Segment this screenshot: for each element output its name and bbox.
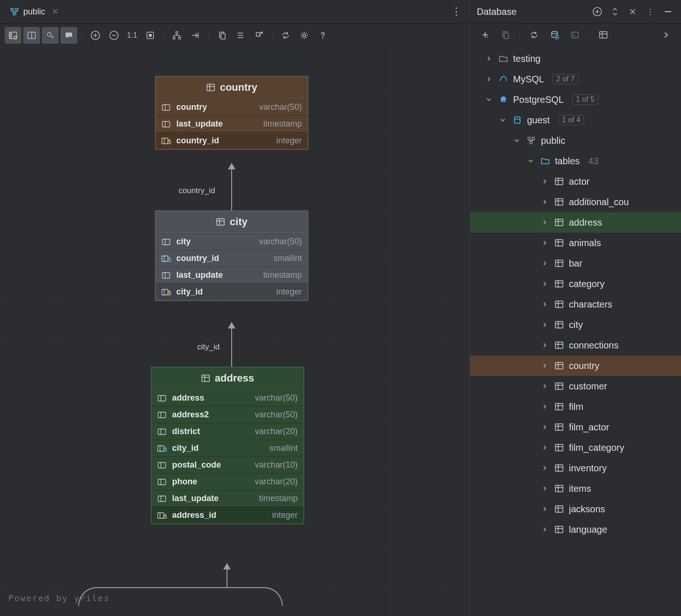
refresh-button[interactable] — [277, 27, 294, 44]
layout-columns-button[interactable] — [23, 27, 40, 44]
export-button[interactable] — [251, 27, 267, 44]
tree-item-actor[interactable]: actor — [470, 171, 681, 192]
tree-item-mysql[interactable]: MySQL2 of 7 — [470, 69, 681, 89]
new-datasource-button[interactable] — [591, 5, 604, 18]
tree-item-bar[interactable]: bar — [470, 253, 681, 274]
tree-item-additional_cou[interactable]: additional_cou — [470, 192, 681, 212]
tree-item-category[interactable]: category — [470, 274, 681, 294]
datasource-properties-button[interactable] — [546, 27, 563, 43]
tree-item-country[interactable]: country — [470, 355, 681, 376]
layout-tree-button[interactable] — [168, 27, 185, 44]
show-diagram-button[interactable] — [595, 27, 612, 43]
chevron-right-icon[interactable] — [542, 220, 549, 225]
entity-column-row[interactable]: address2varchar(50) — [152, 406, 303, 423]
copy-button[interactable] — [214, 27, 230, 44]
chevron-right-icon[interactable] — [542, 199, 549, 205]
collapse-entry-button[interactable] — [187, 27, 204, 44]
chevron-right-icon[interactable] — [542, 179, 549, 184]
chevron-right-icon[interactable] — [486, 76, 494, 82]
entity-column-row[interactable]: countryvarchar(50) — [156, 99, 307, 115]
tree-item-customer[interactable]: customer — [470, 376, 681, 396]
chevron-right-icon[interactable] — [542, 445, 549, 450]
database-tree[interactable]: testingMySQL2 of 7PostgreSQL1 of 5guest1… — [470, 46, 681, 616]
zoom-in-button[interactable] — [87, 27, 104, 44]
fit-content-button[interactable] — [142, 27, 159, 44]
settings-button[interactable] — [296, 27, 313, 44]
chevron-down-icon[interactable] — [514, 138, 521, 143]
entity-address[interactable]: address addressvarchar(50)address2varcha… — [151, 367, 304, 524]
tree-item-city[interactable]: city — [470, 315, 681, 335]
entity-column-row[interactable]: phonevarchar(20) — [152, 473, 303, 490]
more-options-button[interactable]: ⋮ — [644, 5, 657, 18]
tab-public[interactable]: public ✕ — [4, 2, 67, 21]
chevron-right-icon[interactable] — [542, 342, 549, 348]
add-button[interactable] — [477, 27, 494, 43]
refresh-button[interactable] — [526, 27, 542, 43]
tree-item-connections[interactable]: connections — [470, 335, 681, 355]
toggle-left-panel-button[interactable] — [5, 27, 21, 44]
chevron-down-icon[interactable] — [486, 97, 494, 102]
tree-item-guest[interactable]: guest1 of 4 — [470, 110, 681, 130]
chevron-right-icon[interactable] — [542, 527, 549, 532]
tree-item-items[interactable]: items — [470, 478, 681, 499]
hide-panel-button[interactable] — [661, 5, 674, 18]
chevron-down-icon[interactable] — [528, 158, 535, 164]
tree-item-film_actor[interactable]: film_actor — [470, 417, 681, 437]
chevron-right-icon[interactable] — [542, 506, 549, 512]
chevron-down-icon[interactable] — [500, 117, 507, 123]
tree-item-characters[interactable]: characters — [470, 294, 681, 315]
entity-column-row[interactable]: city_idsmallint — [152, 440, 303, 456]
tree-item-tables[interactable]: tables43 — [470, 151, 681, 171]
tree-item-film_category[interactable]: film_category — [470, 437, 681, 458]
chevron-right-icon[interactable] — [542, 424, 549, 430]
entity-column-row[interactable]: postal_codevarchar(10) — [152, 456, 303, 473]
chevron-right-icon[interactable] — [542, 301, 549, 307]
zoom-reset-button[interactable]: 1:1 — [124, 31, 140, 40]
chevron-right-icon[interactable] — [542, 486, 549, 491]
chevron-right-icon[interactable] — [542, 240, 549, 246]
entity-column-row[interactable]: last_updatetimestamp — [152, 490, 303, 507]
key-icon-button[interactable] — [42, 27, 59, 44]
tree-item-public[interactable]: public — [470, 130, 681, 151]
scroll-right-button[interactable] — [658, 27, 674, 43]
collapse-all-button[interactable] — [626, 5, 639, 18]
tree-item-testing[interactable]: testing — [470, 48, 681, 69]
chevron-right-icon[interactable] — [542, 465, 549, 471]
diagram-canvas[interactable]: country countryvarchar(50)last_updatetim… — [0, 47, 470, 616]
entity-country[interactable]: country countryvarchar(50)last_updatetim… — [155, 76, 308, 150]
chevron-right-icon[interactable] — [486, 56, 494, 61]
tabs-more-button[interactable]: ⋮ — [447, 4, 466, 20]
comments-button[interactable] — [60, 27, 77, 44]
table-icon — [554, 238, 564, 248]
tree-item-address[interactable]: address — [470, 212, 681, 233]
list-button[interactable] — [232, 27, 249, 44]
close-tab-button[interactable]: ✕ — [49, 6, 61, 18]
chevron-right-icon[interactable] — [542, 363, 549, 368]
expand-collapse-button[interactable] — [608, 5, 621, 18]
tree-item-animals[interactable]: animals — [470, 233, 681, 253]
entity-column-row[interactable]: country_idsmallint — [156, 250, 307, 267]
tree-item-postgresql[interactable]: PostgreSQL1 of 5 — [470, 89, 681, 110]
help-button[interactable] — [314, 27, 331, 44]
entity-column-row[interactable]: districtvarchar(20) — [152, 423, 303, 440]
chevron-right-icon[interactable] — [542, 261, 549, 266]
tree-item-language[interactable]: language — [470, 519, 681, 540]
duplicate-button[interactable] — [497, 27, 514, 43]
entity-column-row[interactable]: last_updatetimestamp — [156, 267, 307, 283]
chevron-right-icon[interactable] — [542, 281, 549, 287]
entity-city[interactable]: city cityvarchar(50)country_idsmallintla… — [155, 210, 308, 301]
jump-to-console-button[interactable] — [567, 27, 583, 43]
tree-item-film[interactable]: film — [470, 396, 681, 417]
entity-column-row[interactable]: city_idinteger — [156, 283, 307, 300]
chevron-right-icon[interactable] — [542, 404, 549, 409]
entity-column-row[interactable]: cityvarchar(50) — [156, 233, 307, 250]
tree-item-inventory[interactable]: inventory — [470, 458, 681, 478]
chevron-right-icon[interactable] — [542, 383, 549, 389]
entity-column-row[interactable]: address_idinteger — [152, 507, 303, 523]
entity-column-row[interactable]: addressvarchar(50) — [152, 389, 303, 406]
tree-item-jacksons[interactable]: jacksons — [470, 499, 681, 519]
chevron-right-icon[interactable] — [542, 322, 549, 328]
zoom-out-button[interactable] — [106, 27, 122, 44]
entity-column-row[interactable]: country_idinteger — [156, 132, 307, 149]
entity-column-row[interactable]: last_updatetimestamp — [156, 115, 307, 132]
